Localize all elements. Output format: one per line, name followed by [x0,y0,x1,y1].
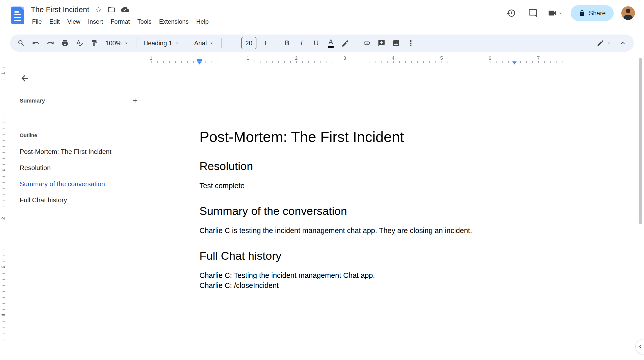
doc-section-2: Full Chat historyCharlie C: Testing the … [199,249,514,290]
print-button[interactable] [58,36,72,50]
text-color-button[interactable]: A [324,36,338,50]
pencil-icon [597,39,604,47]
highlighter-icon [342,39,349,47]
redo-button[interactable] [43,36,57,50]
ruler-ticks [151,61,563,63]
underline-button[interactable]: U [309,36,323,50]
first-line-indent-marker[interactable] [197,59,202,61]
outline-item-3[interactable]: Full Chat history [20,192,141,208]
chevron-down-icon[interactable] [558,10,563,16]
star-icon[interactable]: ☆ [95,6,102,14]
doc-section-0: ResolutionTest complete [199,159,514,191]
document-page[interactable]: Post-Mortem: The First Incident Resoluti… [151,73,563,360]
docs-logo-line [14,14,21,15]
zoom-select[interactable]: 100% [102,36,133,50]
chevron-up-icon [619,39,627,47]
font-size-input[interactable]: 20 [241,37,256,49]
ruler-number: 1 [247,55,249,61]
document-title[interactable]: The First Incident [31,5,89,14]
avatar[interactable] [621,6,635,20]
docs-logo-icon[interactable] [11,7,24,24]
menu-file[interactable]: File [28,17,46,26]
menu-extensions[interactable]: Extensions [155,17,192,26]
ruler-number: 2 [1,216,6,221]
font-size-value: 20 [245,40,252,47]
doc-heading[interactable]: Full Chat history [199,249,514,263]
chevron-down-icon [209,40,214,46]
doc-paragraph[interactable]: Charlie C: Testing the incident manageme… [199,270,514,280]
join-call-button[interactable] [547,8,563,18]
expand-side-panel-button[interactable] [635,339,644,354]
italic-icon: I [301,39,303,47]
outline-item-2[interactable]: Summary of the conversation [20,176,141,192]
bold-button[interactable]: B [280,36,294,50]
menu-view[interactable]: View [64,17,84,26]
print-icon [61,39,69,47]
insert-image-button[interactable] [389,36,403,50]
menu-help[interactable]: Help [192,17,212,26]
videocam-icon [547,8,557,18]
horizontal-ruler[interactable]: 11234567 [0,55,644,65]
version-history-button[interactable] [504,6,518,20]
doc-heading[interactable]: Resolution [199,159,514,174]
toolbar: 100% Heading 1 Arial − 20 + B I [10,35,634,52]
ruler-number: 6 [489,55,491,61]
hide-menus-button[interactable] [616,36,630,50]
doc-heading[interactable]: Summary of the conversation [199,204,514,218]
add-comment-button[interactable] [374,36,389,50]
paragraph-style-select[interactable]: Heading 1 [140,36,183,50]
highlight-color-button[interactable] [338,36,353,50]
insert-link-button[interactable] [360,36,374,50]
ruler-number: 7 [537,55,540,61]
sidebar-divider [20,114,138,114]
ruler-number: 3 [343,55,346,61]
zoom-value: 100% [105,40,122,47]
doc-paragraph[interactable]: Charlie C: /closeIncident [199,280,514,290]
move-folder-icon[interactable] [107,6,115,14]
menu-edit[interactable]: Edit [46,17,64,26]
vertical-scrollbar-thumb[interactable] [639,58,642,224]
toolbar-separator [136,38,136,48]
paint-format-button[interactable] [87,36,101,50]
font-select[interactable]: Arial [191,36,218,50]
outline-item-0[interactable]: Post-Mortem: The First Incident [20,144,141,160]
more-options-button[interactable]: ⋮ [404,36,418,50]
decrease-font-size-button[interactable]: − [225,36,239,50]
docs-logo-line [14,20,21,21]
italic-button[interactable]: I [295,36,309,50]
increase-font-size-button[interactable]: + [258,36,273,50]
doc-title-heading[interactable]: Post-Mortem: The First Incident [199,128,514,146]
docs-logo-line [14,11,19,13]
editing-mode-button[interactable] [593,36,615,50]
undo-button[interactable] [29,36,43,50]
doc-paragraph[interactable]: Test complete [199,181,514,191]
comment-icon [528,8,538,18]
share-label: Share [589,10,606,17]
ruler-number: 1 [1,71,6,76]
search-menus-button[interactable] [14,36,28,50]
cloud-saved-icon[interactable] [121,6,129,14]
spell-check-button[interactable] [73,36,87,50]
plus-icon: + [263,39,268,47]
chevron-left-icon [637,343,644,350]
toolbar-separator [356,38,356,48]
chevron-down-icon [174,40,180,46]
link-icon [363,39,371,47]
ruler-number: 1 [150,55,153,61]
close-outline-button[interactable] [17,71,32,86]
outline-item-1[interactable]: Resolution [20,160,141,176]
ruler-number: 2 [295,55,298,61]
add-summary-button[interactable]: + [132,96,138,105]
left-indent-marker[interactable] [197,61,202,67]
doc-paragraph[interactable]: Charlie C is testing the incident manage… [199,225,514,236]
menu-format[interactable]: Format [107,17,134,26]
menu-insert[interactable]: Insert [84,17,107,26]
lock-icon [579,10,585,16]
right-indent-marker[interactable] [512,61,517,67]
text-color-icon: A [328,39,334,48]
chevron-down-icon [124,40,129,46]
menu-tools[interactable]: Tools [134,17,155,26]
share-button[interactable]: Share [571,5,614,21]
add-comment-icon [378,39,385,47]
comments-button[interactable] [526,6,540,20]
